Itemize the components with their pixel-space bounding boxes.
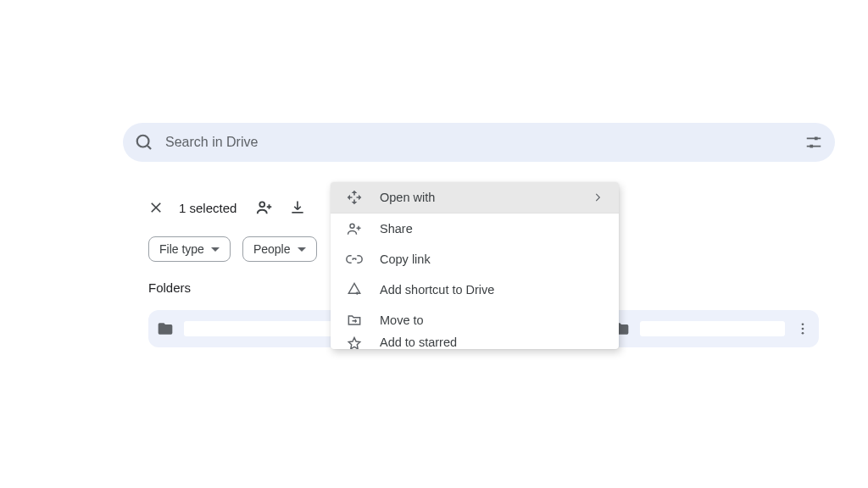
download-icon[interactable] bbox=[289, 199, 306, 216]
menu-label: Open with bbox=[380, 191, 435, 204]
chevron-right-icon bbox=[592, 191, 604, 203]
star-icon bbox=[346, 336, 364, 349]
menu-label: Share bbox=[380, 222, 413, 236]
menu-move-to[interactable]: Move to bbox=[331, 305, 619, 336]
search-icon bbox=[135, 133, 153, 152]
more-vert-icon[interactable] bbox=[795, 321, 810, 336]
caret-down-icon bbox=[211, 247, 220, 252]
svg-point-5 bbox=[802, 332, 804, 335]
move-to-icon bbox=[346, 312, 364, 329]
file-type-chip[interactable]: File type bbox=[148, 236, 231, 262]
menu-open-with[interactable]: Open with bbox=[331, 182, 619, 213]
folder-card[interactable] bbox=[604, 310, 819, 347]
close-selection-icon[interactable] bbox=[148, 200, 164, 215]
menu-label: Move to bbox=[380, 313, 424, 327]
menu-copy-link[interactable]: Copy link bbox=[331, 244, 619, 274]
folder-icon bbox=[157, 320, 174, 337]
svg-point-2 bbox=[260, 202, 265, 207]
context-menu: Open with Share Copy link Add shortcut t… bbox=[331, 182, 619, 349]
menu-add-to-starred[interactable]: Add to starred bbox=[331, 336, 619, 349]
svg-rect-1 bbox=[810, 145, 813, 148]
open-with-icon bbox=[346, 189, 364, 206]
menu-share[interactable]: Share bbox=[331, 214, 619, 244]
share-icon bbox=[346, 220, 364, 237]
menu-add-shortcut[interactable]: Add shortcut to Drive bbox=[331, 274, 619, 305]
folder-label bbox=[640, 321, 785, 336]
chip-label: File type bbox=[159, 242, 204, 256]
svg-rect-0 bbox=[815, 137, 818, 141]
svg-point-3 bbox=[802, 323, 804, 325]
advanced-search-icon[interactable] bbox=[804, 133, 823, 152]
caret-down-icon bbox=[298, 247, 306, 252]
search-bar[interactable] bbox=[123, 123, 835, 162]
menu-label: Copy link bbox=[380, 252, 431, 266]
selection-count: 1 selected bbox=[179, 201, 236, 215]
share-person-icon[interactable] bbox=[255, 198, 274, 217]
svg-point-6 bbox=[350, 224, 354, 228]
menu-label: Add shortcut to Drive bbox=[380, 283, 494, 297]
drive-shortcut-icon bbox=[346, 281, 364, 298]
search-input[interactable] bbox=[165, 135, 804, 150]
svg-point-4 bbox=[802, 328, 804, 330]
menu-label: Add to starred bbox=[380, 336, 457, 349]
folder-label bbox=[184, 321, 354, 336]
people-chip[interactable]: People bbox=[242, 236, 317, 262]
chip-label: People bbox=[253, 242, 291, 256]
link-icon bbox=[346, 251, 364, 268]
